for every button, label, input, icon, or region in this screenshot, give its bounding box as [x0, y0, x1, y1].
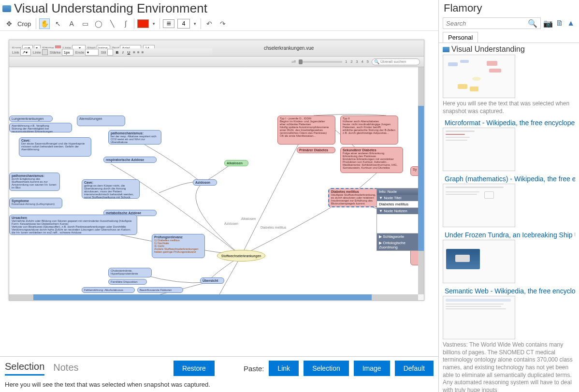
text-tool-icon[interactable]: A — [66, 18, 77, 29]
search-box[interactable]: 🔍 — [443, 17, 541, 29]
node-alkalosen[interactable]: Alkalosen — [224, 160, 248, 166]
node-prufung[interactable]: Prüfungsrelevanz1) Diabetes mellitus1) N… — [152, 234, 205, 258]
node-familie[interactable]: Familiäre Disposition — [108, 279, 147, 285]
node-primaer[interactable]: Primärer Diabetes — [297, 147, 335, 153]
hand-tool-icon[interactable]: ✋ — [39, 18, 50, 29]
node-red1[interactable]: Typ I - juvenile D., IDDMBeginn im Kinde… — [277, 116, 335, 145]
snapshot-icon — [443, 47, 449, 52]
snapshot-list[interactable]: Visual Understanding Here you will see t… — [439, 43, 579, 392]
sidebar: Flamory 🔍 📷 🗎 ▲ Personal Visual Understa… — [439, 0, 579, 392]
node-fehlern[interactable]: Fehlernährung: Alkoholabusus — [82, 287, 135, 293]
tab-notes[interactable]: Notes — [53, 362, 78, 375]
line-width-input[interactable] — [177, 19, 190, 29]
snapshot-thumb[interactable] — [443, 55, 515, 98]
node-lungen[interactable]: Lungenerkrankungen — [9, 116, 53, 122]
node-ubersicht[interactable]: Übersicht — [200, 277, 224, 284]
crop-label[interactable]: Crop — [17, 20, 31, 28]
sidebar-tabs: Personal — [439, 30, 579, 43]
info-node-titel[interactable]: ▼ Node Titel — [377, 195, 423, 201]
node-patho2[interactable]: pathomechanismus:durch Entgleisung des S… — [9, 173, 60, 191]
node-beeinfl[interactable]: Beeinflussende Faktoren — [137, 287, 183, 293]
slider-marks: 1 2 3 4 5 — [345, 59, 369, 64]
node-chol[interactable]: Cholesterinämie, Hyperlipoproteinämie — [108, 268, 152, 277]
node-cave1[interactable]: Cave:Der akute Sauerstoffmangel und die … — [19, 137, 91, 157]
document-icon[interactable]: 🗎 — [555, 19, 564, 28]
tab-personal[interactable]: Personal — [443, 32, 478, 43]
node-atem[interactable]: Atemstörungen — [77, 116, 125, 126]
restore-button[interactable]: Restore — [174, 361, 215, 376]
width-dropdown-icon[interactable]: ▼ — [193, 22, 198, 26]
vue-underline-icon[interactable]: U — [127, 50, 131, 55]
vue-starke-select[interactable]: 1px — [62, 49, 73, 56]
snapshot-item[interactable]: Semantic Web - Wikipedia, the free encyc… — [443, 287, 575, 392]
node-atemlah[interactable]: Atemlähmung z.B. VergiftungStörung der A… — [9, 123, 72, 132]
center-node[interactable]: Stoffwechselerkrankungen — [217, 250, 265, 261]
node-red2[interactable]: Typ IIfrüherer auch Altersdiabetesheute:… — [340, 116, 398, 145]
snapshot-title: Microformat - Wikipedia, the free encycl… — [445, 119, 575, 127]
vue-link-select[interactable]: ↗▾ — [20, 49, 31, 56]
vue-window[interactable]: Form▭▾▾ Fläche Linie— ▾ Startkeine TextA… — [9, 40, 424, 301]
snapshot-item[interactable]: Graph (mathematics) - Wikipedia, the fre… — [443, 175, 575, 227]
search-icon: 🔍 — [374, 59, 379, 64]
separator — [201, 18, 201, 29]
node-sekundaer[interactable]: Sekundärer DiabetesFolge einer anderen E… — [340, 147, 403, 173]
node-resp-azidose[interactable]: respiratorische Azidose — [103, 157, 157, 163]
search-icon[interactable]: 🔍 — [528, 19, 537, 28]
tab-selection[interactable]: Selection — [5, 361, 44, 376]
vue-align-left-icon[interactable]: ≡ — [133, 50, 135, 55]
vue-align-right-icon[interactable]: ≡ — [142, 50, 144, 55]
collapse-icon[interactable]: ▲ — [567, 19, 576, 28]
separator — [159, 18, 160, 29]
selection-text: Here you will see the text that was sele… — [5, 381, 434, 388]
snapshot-item[interactable]: Under Frozen Tundra, an Icebreaking Ship… — [443, 231, 575, 283]
vue-italic-icon[interactable]: I — [121, 50, 124, 55]
ellipse-tool-icon[interactable]: ◯ — [93, 18, 104, 29]
app-icon — [2, 5, 11, 12]
paste-image-button[interactable]: Image — [354, 361, 390, 376]
main-pane: Visual Understanding Environment ✥ Crop … — [0, 0, 439, 392]
paste-default-button[interactable]: Default — [395, 361, 434, 376]
search-input[interactable] — [446, 20, 528, 27]
vue-search-box[interactable]: 🔍 Überall suchen — [372, 58, 420, 65]
paste-selection-button[interactable]: Selection — [304, 361, 349, 376]
node-patho1[interactable]: pathomechanismus:bei der resp. Alkalose … — [108, 130, 161, 145]
snapshot-item[interactable]: Microformat - Wikipedia, the free encycl… — [443, 119, 575, 171]
vue-line-color[interactable] — [42, 49, 48, 55]
paste-link-button[interactable]: Link — [269, 361, 299, 376]
info-ontologische[interactable]: ▶ Ontologische Zuordnung — [377, 240, 423, 250]
snapshot-thumb[interactable] — [443, 240, 515, 283]
line-tool-icon[interactable]: ╲ — [107, 18, 117, 29]
node-info-panel[interactable]: Info: Node ▼ Node Titel Diabetes mellitu… — [376, 188, 424, 251]
undo-icon[interactable]: ↶ — [204, 18, 215, 29]
node-cave2[interactable]: Cave:gelingt es dem Körper nicht, die Üb… — [82, 179, 140, 199]
info-notizen[interactable]: ▼ Node Notizen — [377, 208, 423, 214]
vue-canvas[interactable]: Stoffwechselerkrankungen Lungenerkrankun… — [9, 67, 424, 294]
vue-ende-select[interactable]: ▾ — [85, 49, 99, 56]
redo-icon[interactable]: ↷ — [217, 18, 228, 29]
camera-icon[interactable]: 📷 — [544, 19, 552, 28]
info-schlagworte[interactable]: ▶ Schlagworte — [377, 233, 423, 240]
info-header: Info: Node — [377, 189, 423, 195]
color-dropdown-icon[interactable]: ▼ — [152, 22, 157, 26]
snapshot-thumb[interactable] — [443, 128, 515, 171]
pointer-tool-icon[interactable]: ↖ — [53, 18, 63, 29]
vue-align-center-icon[interactable]: ≡ — [137, 50, 140, 55]
vue-bold-icon[interactable]: B — [115, 50, 120, 55]
color-picker[interactable] — [137, 19, 149, 28]
node-symptome[interactable]: SymptomeKussmaul-Atmung (Luftsymptom) — [9, 198, 62, 208]
line-style-dropdown[interactable]: ≡ — [163, 19, 174, 28]
v-scrollbar[interactable] — [418, 67, 424, 294]
info-notes-area[interactable] — [377, 214, 423, 233]
h-scrollbar[interactable] — [9, 294, 418, 300]
snapshot-thumb[interactable] — [443, 184, 515, 227]
rectangle-tool-icon[interactable]: ▭ — [80, 18, 90, 29]
zoom-slider[interactable] — [299, 61, 342, 63]
freehand-tool-icon[interactable]: ʃ — [120, 18, 131, 29]
vue-stil-box[interactable] — [107, 49, 113, 56]
node-azidosen[interactable]: Azidosen — [193, 179, 217, 186]
vue-search-placeholder: Überall suchen — [380, 59, 406, 64]
snapshot-item[interactable]: Visual Understanding Here you will see t… — [443, 45, 575, 115]
snapshot-thumb[interactable] — [443, 296, 515, 339]
crop-handle-icon[interactable]: ✥ — [4, 18, 14, 29]
node-ursachen[interactable]: UrsachenVermehrte Zufuhr oder Bildung vo… — [9, 215, 137, 235]
